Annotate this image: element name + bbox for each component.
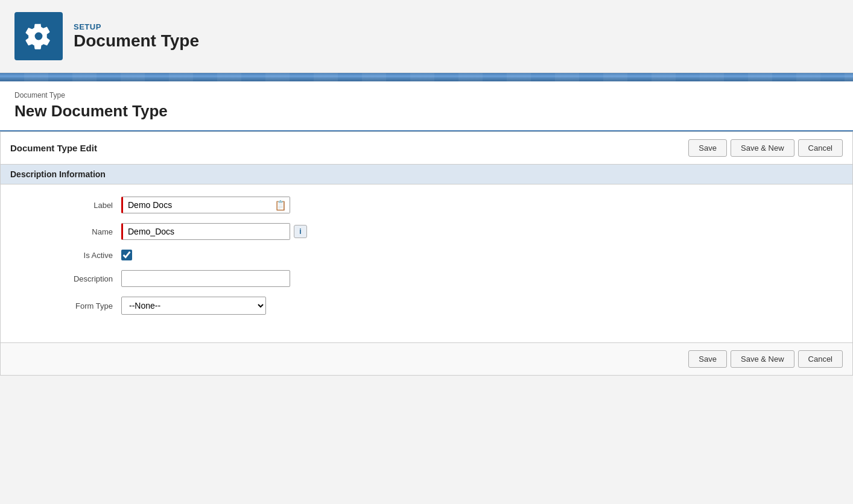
form-type-label: Form Type	[25, 301, 121, 310]
description-input[interactable]	[121, 270, 290, 287]
form-body: Label 📋 Name i Is Active	[1, 184, 852, 342]
label-field-container: 📋	[121, 197, 290, 213]
bottom-save-new-button[interactable]: Save & New	[731, 350, 794, 368]
description-field-container	[121, 270, 290, 287]
form-type-select[interactable]: --None-- Option A Option B	[121, 297, 266, 315]
edit-panel-header: Document Type Edit Save Save & New Cance…	[1, 132, 852, 165]
name-field-label: Name	[25, 227, 121, 236]
breadcrumb: Document Type	[14, 91, 839, 99]
name-field-container: i	[121, 223, 307, 240]
gear-icon	[25, 23, 52, 49]
description-section-header: Description Information	[1, 165, 852, 184]
page-title: Document Type	[74, 31, 199, 51]
is-active-field-container	[121, 250, 132, 260]
is-active-checkbox[interactable]	[121, 250, 132, 260]
top-save-button[interactable]: Save	[688, 139, 727, 157]
name-info-icon[interactable]: i	[294, 225, 307, 238]
top-cancel-button[interactable]: Cancel	[798, 139, 843, 157]
record-title: New Document Type	[14, 102, 839, 121]
bottom-save-button[interactable]: Save	[688, 350, 727, 368]
decorative-blue-bar	[0, 73, 853, 81]
form-type-field-container: --None-- Option A Option B	[121, 297, 266, 315]
bottom-cancel-button[interactable]: Cancel	[798, 350, 843, 368]
header-icon-box	[14, 12, 63, 60]
name-form-row: Name i	[25, 223, 828, 240]
page-header: SETUP Document Type	[0, 0, 853, 73]
form-type-form-row: Form Type --None-- Option A Option B	[25, 297, 828, 315]
content-area: Document Type New Document Type Document…	[0, 81, 853, 376]
label-input-wrapper: 📋	[121, 197, 290, 213]
top-save-new-button[interactable]: Save & New	[731, 139, 794, 157]
is-active-form-row: Is Active	[25, 250, 828, 260]
name-input[interactable]	[121, 223, 290, 240]
header-text-block: SETUP Document Type	[74, 22, 199, 51]
is-active-label: Is Active	[25, 251, 121, 260]
label-field-label: Label	[25, 201, 121, 210]
description-label: Description	[25, 274, 121, 283]
description-form-row: Description	[25, 270, 828, 287]
bottom-action-bar: Save Save & New Cancel	[1, 342, 852, 375]
label-form-row: Label 📋	[25, 197, 828, 213]
top-action-buttons: Save Save & New Cancel	[688, 139, 843, 157]
edit-panel: Document Type Edit Save Save & New Cance…	[0, 131, 853, 376]
record-header: Document Type New Document Type	[0, 81, 853, 131]
setup-label: SETUP	[74, 22, 199, 31]
edit-panel-title: Document Type Edit	[10, 143, 97, 153]
label-input[interactable]	[121, 197, 290, 213]
